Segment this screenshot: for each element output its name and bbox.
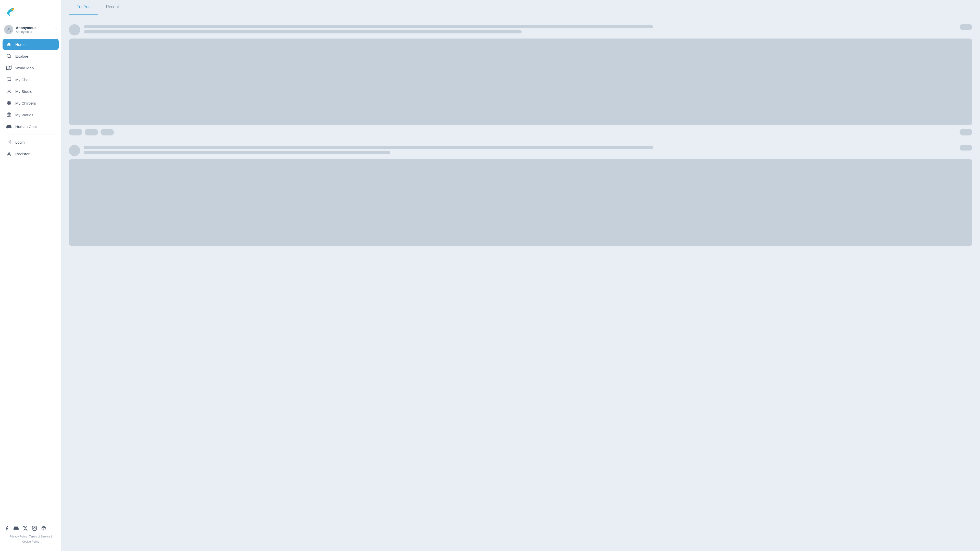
main-content: For You Recent [61,0,980,551]
card-header [69,24,972,35]
user-display-name: Anonymous [16,25,51,30]
register-label: Register [15,152,30,156]
studio-icon [6,89,12,94]
svg-point-0 [8,28,10,30]
reaction-skeleton-3 [100,129,114,135]
sidebar-item-my-worlds[interactable]: My Worlds [3,109,59,121]
svg-point-14 [8,152,10,154]
my-worlds-label: My Worlds [15,113,33,117]
sidebar-item-explore[interactable]: Explore [3,51,59,62]
svg-rect-15 [32,526,37,530]
card-header [69,145,972,156]
explore-icon [6,53,12,59]
svg-point-16 [34,527,35,529]
reaction-skeleton-2 [85,129,98,135]
user-info: Anonymous Anonymous [16,25,51,34]
card-footer [69,129,972,135]
sidebar-item-my-chats[interactable]: My Chats [3,74,59,85]
my-chats-label: My Chats [15,78,32,82]
sidebar-item-register[interactable]: Register [3,148,59,159]
sidebar-item-human-chat[interactable]: Human Chat [3,121,59,132]
reddit-icon[interactable] [41,526,46,531]
sidebar-footer: Privacy Policy | Terms of Service | Cook… [0,522,61,547]
separator-1: | [27,535,29,538]
user-section[interactable]: Anonymous Anonymous ♡ [0,22,61,37]
sidebar-item-my-studio[interactable]: My Studio [3,86,59,97]
svg-point-1 [7,54,11,58]
login-icon [6,139,12,145]
social-icons [4,526,57,531]
privacy-policy-link[interactable]: Privacy Policy [10,535,27,538]
svg-rect-7 [7,101,9,103]
login-label: Login [15,140,25,144]
feed-card [69,140,972,254]
svg-rect-8 [10,101,11,103]
card-meta [84,24,959,33]
card-action-skeleton [959,24,972,30]
reaction-skeleton-1 [69,129,82,135]
human-chat-label: Human Chat [15,124,37,129]
card-action-skeleton [959,145,972,151]
home-label: Home [15,42,25,47]
svg-point-6 [8,91,10,92]
nav-list: Home Explore World Map My Chats My Studi [0,39,61,522]
tab-for-you[interactable]: For You [69,0,98,14]
chirpers-icon [6,100,12,106]
sidebar-item-world-map[interactable]: World Map [3,62,59,73]
facebook-icon[interactable] [4,526,10,531]
worlds-icon [6,112,12,118]
world-map-label: World Map [15,66,34,70]
terms-of-service-link[interactable]: Terms of Service [29,535,50,538]
x-twitter-icon[interactable] [22,526,28,531]
instagram-icon[interactable] [32,526,37,531]
sidebar: Anonymous Anonymous ♡ Home Explore World… [0,0,61,551]
svg-marker-3 [6,66,11,70]
cookie-policy-link[interactable]: Cookie Policy [22,540,39,543]
heart-icon[interactable]: ♡ [54,27,57,32]
bird-logo [5,6,15,16]
map-icon [6,65,12,71]
tab-recent[interactable]: Recent [98,0,127,14]
card-meta [84,145,959,154]
svg-rect-9 [7,103,9,105]
discord-social-icon[interactable] [13,526,19,531]
chats-icon [6,77,12,83]
skeleton-subtitle [84,151,390,154]
svg-point-17 [35,527,36,527]
skeleton-title [84,25,653,28]
sidebar-item-home[interactable]: Home [3,39,59,50]
feed-card [69,20,972,140]
skeleton-title [84,146,653,149]
svg-line-2 [10,57,11,58]
skeleton-subtitle [84,30,522,33]
home-icon [6,41,12,47]
explore-label: Explore [15,54,28,59]
user-avatar [4,25,13,34]
register-icon [6,151,12,157]
logo-container[interactable] [0,4,61,22]
avatar-skeleton [69,145,80,156]
feed [69,20,972,254]
separator-2: | [50,535,52,538]
my-chirpers-label: My Chirpers [15,101,36,105]
footer-links: Privacy Policy | Terms of Service | Cook… [4,534,57,545]
sidebar-item-login[interactable]: Login [3,137,59,148]
tabs-header: For You Recent [69,0,972,14]
sidebar-item-my-chirpers[interactable]: My Chirpers [3,97,59,109]
avatar-skeleton [69,24,80,35]
card-image-skeleton [69,38,972,125]
nav-divider [6,134,55,135]
card-footer-action [959,129,972,135]
card-image-skeleton [69,159,972,246]
user-handle: Anonymous [16,30,51,34]
my-studio-label: My Studio [15,89,32,94]
discord-icon [6,124,12,129]
svg-rect-10 [10,103,11,105]
card-reactions [69,129,114,135]
